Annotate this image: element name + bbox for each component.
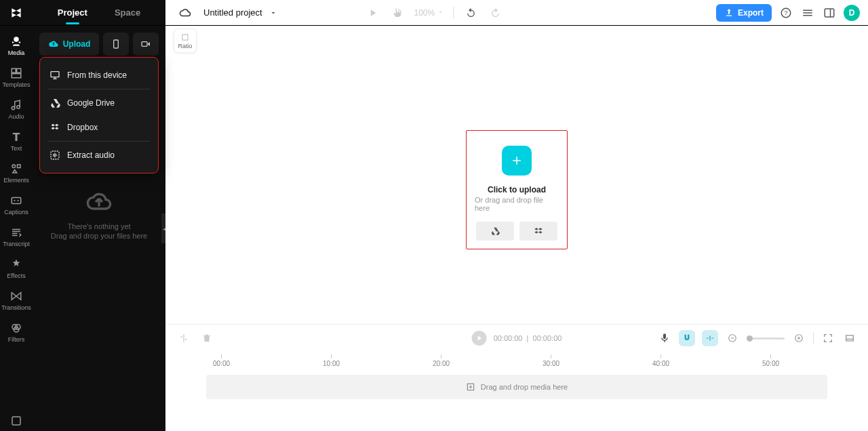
add-media-icon (466, 382, 475, 392)
svg-rect-13 (12, 417, 20, 425)
cloud-upload-icon (85, 188, 113, 216)
dropbox-icon (50, 122, 60, 133)
zoom-in-button[interactable] (791, 331, 806, 346)
rail-effects[interactable]: Effects (1, 254, 31, 283)
rail-audio[interactable]: Audio (1, 95, 31, 124)
timecode: 00:00:00 | 00:00:00 (494, 334, 562, 342)
canvas-toolbar: Ratio (165, 26, 868, 56)
ruler-tick: 30:00 (542, 354, 559, 367)
rail-captions[interactable]: Captions (1, 190, 31, 220)
project-title-area[interactable]: Untitled project (165, 0, 277, 25)
drive-mini-button[interactable] (476, 222, 514, 241)
dd-from-device[interactable]: From this device (40, 63, 158, 87)
app-logo[interactable] (0, 6, 33, 20)
zoom-value[interactable]: 100% (414, 8, 443, 18)
rail-transitions[interactable]: Transitions (1, 286, 31, 315)
user-avatar[interactable]: D (844, 5, 860, 21)
upload-button[interactable]: Upload (39, 33, 99, 56)
ratio-icon (180, 33, 190, 42)
zoom-slider[interactable] (747, 337, 785, 340)
empty-media-hint: There's nothing yet Drag and drop your f… (33, 188, 165, 240)
toggle-panel-button[interactable] (842, 331, 857, 346)
panel-toggle-button[interactable] (822, 5, 837, 20)
help-button[interactable]: ? (778, 5, 793, 20)
svg-rect-22 (846, 335, 854, 341)
svg-rect-14 (114, 40, 119, 48)
timeline: 00:00:00 | 00:00:00 00:00 10:00 2 (165, 324, 868, 431)
dd-dropbox[interactable]: Dropbox (40, 115, 158, 140)
dd-extract-audio[interactable]: Extract audio (40, 143, 158, 167)
svg-rect-15 (142, 42, 147, 47)
upload-subtitle: Or drag and drop file here (475, 196, 559, 212)
magnet-button[interactable] (679, 330, 695, 346)
plus-icon (510, 154, 524, 167)
rail-elements[interactable]: Elements (1, 159, 31, 188)
timeline-controls: 00:00:00 | 00:00:00 (165, 325, 868, 352)
svg-rect-16 (51, 72, 59, 77)
record-button[interactable] (133, 33, 159, 56)
upload-icon (48, 39, 59, 49)
svg-rect-9 (12, 198, 21, 204)
project-title: Untitled project (203, 7, 262, 18)
track-area: Drag and drop media here (165, 368, 868, 431)
mic-button[interactable] (657, 331, 672, 346)
svg-rect-8 (18, 165, 21, 168)
redo-button[interactable] (488, 5, 503, 20)
main-area: Media Templates Audio Text Elements Capt… (0, 26, 868, 431)
ruler-tick: 00:00 (213, 354, 230, 367)
undo-button[interactable] (464, 5, 479, 20)
rail-media[interactable]: Media (1, 31, 31, 60)
rail-text[interactable]: Text (1, 127, 31, 156)
chevron-down-icon[interactable] (269, 9, 277, 17)
rail-filters[interactable]: Filters (1, 318, 31, 347)
top-nav: Project Space (33, 0, 165, 25)
layers-button[interactable] (800, 5, 815, 20)
ratio-button[interactable]: Ratio (174, 28, 197, 53)
dd-google-drive[interactable]: Google Drive (40, 91, 158, 115)
export-button[interactable]: Export (716, 4, 772, 22)
ruler-tick: 40:00 (652, 354, 669, 367)
ruler-tick: 10:00 (323, 354, 340, 367)
svg-rect-18 (182, 34, 188, 39)
ruler-tick: 50:00 (762, 354, 779, 367)
top-white-area: Untitled project 100% Export ? D (165, 0, 868, 25)
hand-icon[interactable] (389, 5, 404, 20)
svg-rect-6 (12, 74, 21, 78)
media-panel: Upload From this device Google Drive Dro… (33, 26, 165, 431)
tab-space[interactable]: Space (115, 7, 140, 18)
play-preview-button[interactable] (365, 5, 380, 20)
preview-cut-button[interactable] (702, 330, 718, 346)
preview-controls: 100% (365, 5, 502, 20)
rail-templates[interactable]: Templates (1, 63, 31, 92)
upload-title: Click to upload (488, 185, 546, 194)
upload-dropdown: From this device Google Drive Dropbox Ex… (39, 57, 159, 173)
export-icon (724, 8, 734, 18)
fit-button[interactable] (821, 331, 835, 346)
tab-project[interactable]: Project (58, 7, 87, 18)
svg-rect-5 (17, 68, 21, 73)
timeline-play-button[interactable] (472, 331, 487, 346)
svg-text:?: ? (784, 9, 787, 16)
google-drive-icon (490, 226, 500, 236)
ruler-tick: 20:00 (433, 354, 450, 367)
stage: Click to upload Or drag and drop file he… (165, 56, 868, 324)
upload-card: Click to upload Or drag and drop file he… (466, 130, 568, 249)
svg-rect-2 (825, 9, 834, 17)
click-to-upload-button[interactable] (502, 146, 532, 176)
svg-rect-4 (12, 68, 16, 73)
left-rail: Media Templates Audio Text Elements Capt… (0, 26, 33, 431)
rail-transcript[interactable]: Transcript (1, 222, 31, 251)
dropbox-icon (534, 226, 543, 236)
canvas-area: Ratio Click to upload Or drag and drop f… (165, 26, 868, 431)
cloud-icon (179, 7, 191, 19)
device-button[interactable] (103, 33, 129, 56)
media-drop-track[interactable]: Drag and drop media here (206, 375, 827, 399)
top-bar: Project Space Untitled project 100% Expo… (0, 0, 868, 26)
split-button[interactable] (176, 331, 191, 346)
extract-audio-icon (50, 150, 60, 161)
zoom-out-button[interactable] (725, 331, 740, 346)
delete-button[interactable] (199, 331, 214, 346)
rail-settings[interactable] (1, 411, 31, 431)
dropbox-mini-button[interactable] (519, 222, 557, 241)
timeline-ruler[interactable]: 00:00 10:00 20:00 30:00 40:00 50:00 (165, 352, 868, 368)
